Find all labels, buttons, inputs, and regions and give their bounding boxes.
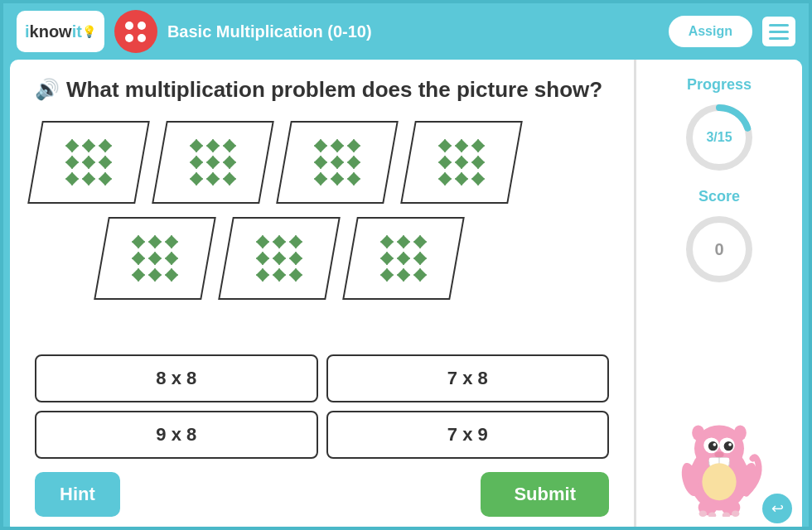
submit-button[interactable]: Submit — [481, 472, 609, 517]
assign-button[interactable]: Assign — [669, 16, 752, 47]
score-section: Score 0 — [682, 188, 756, 287]
diamonds-1 — [65, 139, 112, 186]
card-2 — [152, 121, 274, 204]
choice-a[interactable]: 8 x 8 — [35, 354, 318, 402]
cards-container — [35, 121, 609, 341]
content-area: 🔊 What multiplication problem does the p… — [10, 60, 634, 530]
diamonds-7 — [380, 235, 427, 282]
choice-d[interactable]: 7 x 9 — [326, 411, 610, 459]
menu-line-1 — [769, 24, 789, 26]
menu-button[interactable] — [762, 17, 795, 46]
svg-rect-15 — [709, 458, 719, 463]
score-circle: 0 — [682, 212, 756, 287]
menu-line-2 — [769, 31, 789, 33]
svg-point-13 — [714, 451, 723, 458]
diamonds-5 — [132, 235, 178, 282]
logo-it: it — [72, 22, 82, 41]
monster-area — [665, 300, 773, 517]
card-6 — [218, 217, 341, 300]
question-text: What multiplication problem does the pic… — [66, 76, 602, 104]
card-1 — [27, 121, 150, 204]
activity-title: Basic Multiplication (0-10) — [167, 22, 659, 41]
svg-point-26 — [732, 511, 739, 518]
dice-icon — [118, 15, 152, 49]
progress-circle: 3/15 — [682, 100, 756, 175]
logo: iknowit 💡 — [17, 11, 104, 52]
main-area: 🔊 What multiplication problem does the p… — [10, 60, 802, 530]
progress-value: 3/15 — [706, 130, 732, 145]
score-label: Score — [698, 188, 740, 205]
cards-row-2 — [35, 217, 609, 300]
monster-character — [665, 393, 773, 517]
diamonds-4 — [438, 139, 485, 186]
sound-icon[interactable]: 🔊 — [35, 78, 60, 101]
header: iknowit 💡 Basic Multiplication (0-10) As… — [3, 3, 809, 60]
bottom-bar: Hint Submit — [35, 472, 609, 517]
bulb-icon: 💡 — [82, 25, 96, 38]
svg-point-10 — [724, 441, 733, 450]
diamonds-3 — [314, 139, 360, 186]
activity-icon — [114, 10, 157, 53]
svg-point-11 — [713, 443, 717, 446]
back-button[interactable]: ↩ — [762, 494, 792, 523]
svg-point-9 — [708, 441, 718, 450]
logo-know: know — [30, 22, 72, 41]
answer-choices: 8 x 8 7 x 8 9 x 8 7 x 9 — [35, 354, 609, 459]
svg-point-23 — [699, 511, 707, 518]
card-3 — [276, 121, 399, 204]
card-7 — [342, 217, 465, 300]
hint-button[interactable]: Hint — [35, 472, 120, 517]
svg-point-5 — [692, 425, 704, 441]
progress-label: Progress — [687, 76, 752, 94]
sidebar: Progress 3/15 Score 0 — [636, 60, 802, 530]
choice-c[interactable]: 9 x 8 — [35, 411, 318, 459]
score-value: 0 — [714, 240, 723, 259]
svg-point-12 — [728, 443, 732, 446]
diamonds-2 — [190, 139, 236, 186]
choice-b[interactable]: 7 x 8 — [326, 354, 610, 402]
question-area: 🔊 What multiplication problem does the p… — [35, 76, 609, 104]
cards-row-1 — [35, 121, 609, 204]
card-5 — [94, 217, 216, 300]
svg-rect-16 — [719, 458, 729, 463]
menu-line-3 — [769, 37, 789, 40]
svg-point-18 — [702, 463, 736, 500]
back-icon: ↩ — [771, 499, 784, 518]
svg-point-6 — [734, 425, 747, 441]
progress-section: Progress 3/15 — [682, 76, 756, 175]
diamonds-6 — [256, 235, 302, 282]
card-4 — [400, 121, 523, 204]
